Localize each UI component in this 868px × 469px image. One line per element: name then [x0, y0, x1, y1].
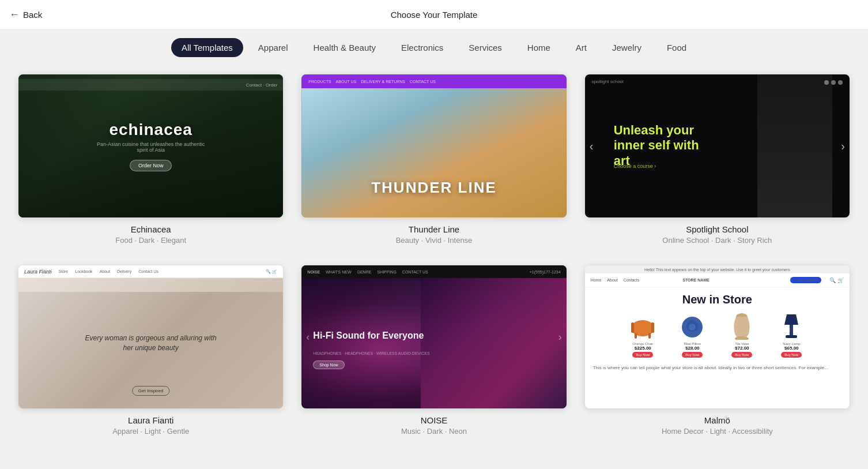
template-grid: Contact ∙ Order echinacea Pan-Asian cuis…	[0, 65, 868, 466]
laura-cta: Get Inspired	[132, 386, 170, 396]
cat-apparel[interactable]: Apparel	[248, 38, 299, 57]
noise-sub: HEADPHONES · HEADPHONES · WIRELESS AUDIO…	[313, 351, 429, 355]
malmo-description: This is where you can tell people what y…	[591, 365, 844, 371]
malmo-shop-nav-btn: SHOP NOW	[790, 277, 822, 283]
page-title: Choose Your Template	[391, 10, 478, 20]
malmo-product-chair: Orange Chair $225.00 Buy Now	[620, 311, 666, 358]
list-item[interactable]: PRODUCTS ABOUT US DELIVERY & RETURNS CON…	[292, 70, 575, 261]
thumb-nav-bar-thunder: PRODUCTS ABOUT US DELIVERY & RETURNS CON…	[301, 74, 566, 88]
malmo-headline: New in Store	[591, 293, 844, 306]
template-name-laura: Laura Fianti	[128, 415, 173, 425]
top-bar: ← Back Choose Your Template	[0, 0, 868, 30]
cat-services[interactable]: Services	[458, 38, 512, 57]
malmo-vase-buy: Buy Now	[731, 352, 752, 358]
back-label: Back	[23, 10, 42, 20]
template-tags-echinacea: Food · Dark · Elegant	[115, 236, 186, 245]
malmo-pillow-buy: Buy Now	[682, 352, 703, 358]
list-item[interactable]: Hello! This text appears on the top of y…	[576, 261, 859, 452]
cat-all[interactable]: All Templates	[171, 38, 243, 57]
template-thumbnail-spotlight[interactable]: spotlight school Unleash your inner self…	[585, 74, 850, 217]
cat-electronics[interactable]: Electronics	[391, 38, 454, 57]
laura-logo: Laura Fianti	[24, 269, 52, 275]
template-name-spotlight: Spotlight School	[686, 224, 748, 234]
cat-food[interactable]: Food	[656, 38, 697, 57]
thumb-nav-bar: Contact ∙ Order	[18, 79, 283, 91]
back-arrow-icon: ←	[9, 9, 20, 21]
template-tags-noise: Music · Dark · Neon	[401, 427, 467, 436]
spotlight-cta: Choose a course ›	[614, 163, 656, 169]
thumb-nav-laura: Laura Fianti Store Lookbook About Delive…	[18, 265, 283, 278]
list-item[interactable]: NOISE WHAT'S NEW GENRE SHIPPING CONTACT …	[292, 261, 575, 452]
svg-rect-10	[790, 325, 793, 335]
noise-headline: Hi-Fi Sound for Everyone	[313, 330, 424, 341]
malmo-notice-text: Hello! This text appears on the top of y…	[644, 268, 790, 272]
malmo-product-vase: Tile Vase $72.00 Buy Now	[719, 311, 765, 358]
thumb-nav-dots	[824, 80, 843, 85]
malmo-vase-price: $72.00	[719, 346, 765, 351]
template-name-echinacea: Echinacea	[131, 224, 171, 234]
malmo-product-pillow: Blue Pillow $28.00 Buy Now	[669, 311, 715, 358]
chevron-left-icon[interactable]: ‹	[306, 331, 310, 343]
thumb-portrait	[301, 88, 566, 217]
list-item[interactable]: spotlight school Unleash your inner self…	[576, 70, 859, 261]
malmo-products-row: Orange Chair $225.00 Buy Now	[591, 311, 844, 358]
malmo-pillow-price: $28.00	[669, 346, 715, 351]
template-thumbnail-malmo[interactable]: Hello! This text appears on the top of y…	[585, 265, 850, 408]
back-button[interactable]: ← Back	[9, 9, 42, 21]
svg-rect-1	[635, 333, 637, 339]
template-name-thunder: Thunder Line	[409, 224, 459, 234]
thumb-malmo-nav: Home About Contacts STORE NAME SHOP NOW …	[585, 273, 850, 287]
noise-logo: NOISE	[307, 270, 320, 274]
cat-art[interactable]: Art	[565, 38, 597, 57]
template-name-noise: NOISE	[421, 415, 448, 425]
chevron-right-icon[interactable]: ›	[841, 140, 845, 153]
malmo-chair-price: $225.00	[620, 346, 666, 351]
svg-rect-3	[631, 322, 634, 333]
svg-point-0	[631, 320, 654, 336]
thumb-malmo-notice: Hello! This text appears on the top of y…	[585, 265, 850, 273]
template-thumbnail-thunder[interactable]: PRODUCTS ABOUT US DELIVERY & RETURNS CON…	[301, 74, 566, 217]
chevron-right-icon[interactable]: ›	[558, 331, 562, 343]
laura-quote: Every woman is gorgeous and alluring wit…	[82, 333, 220, 353]
template-thumbnail-noise[interactable]: NOISE WHAT'S NEW GENRE SHIPPING CONTACT …	[301, 265, 566, 408]
svg-rect-11	[786, 335, 797, 338]
template-name-malmo: Malmö	[704, 415, 730, 425]
template-thumbnail-laura[interactable]: Laura Fianti Store Lookbook About Delive…	[18, 265, 283, 408]
malmo-product-lamp: Navy Lamp $65.00 Buy Now	[768, 311, 814, 358]
thumb-laura-bg: Every woman is gorgeous and alluring wit…	[18, 278, 283, 408]
svg-point-7	[689, 324, 696, 331]
noise-cta: Shop Now	[313, 361, 344, 369]
cat-jewelry[interactable]: Jewelry	[602, 38, 652, 57]
noise-photo-bg	[421, 278, 567, 408]
malmo-chair-buy: Buy Now	[632, 352, 653, 358]
cat-health-beauty[interactable]: Health & Beauty	[303, 38, 386, 57]
list-item[interactable]: Contact ∙ Order echinacea Pan-Asian cuis…	[9, 70, 292, 261]
spotlight-logo: spotlight school	[592, 79, 624, 84]
malmo-lamp-price: $65.00	[768, 346, 814, 351]
list-item[interactable]: Laura Fianti Store Lookbook About Delive…	[9, 261, 292, 452]
spotlight-figure	[757, 74, 832, 217]
cat-home[interactable]: Home	[517, 38, 561, 57]
echinacea-cta: Order Now	[130, 160, 172, 171]
category-nav: All Templates Apparel Health & Beauty El…	[0, 30, 868, 65]
svg-rect-2	[648, 333, 651, 339]
malmo-store-name: STORE NAME	[682, 278, 710, 282]
echinacea-tagline: Pan-Asian cuisine that unleashes the aut…	[93, 141, 209, 153]
template-thumbnail-echinacea[interactable]: Contact ∙ Order echinacea Pan-Asian cuis…	[18, 74, 283, 217]
template-tags-thunder: Beauty · Vivid · Intense	[396, 236, 473, 245]
template-tags-spotlight: Online School · Dark · Story Rich	[662, 236, 772, 245]
echinacea-brand: echinacea	[93, 121, 209, 139]
malmo-main-content: New in Store Ora	[585, 287, 850, 408]
spotlight-headline: Unleash your inner self with art	[614, 123, 718, 168]
thunder-headline: THUNDER LINE	[301, 179, 566, 197]
template-tags-malmo: Home Decor · Light · Accessibility	[662, 427, 773, 436]
thumb-nav-noise: NOISE WHAT'S NEW GENRE SHIPPING CONTACT …	[301, 265, 566, 278]
template-tags-laura: Apparel · Light · Gentle	[112, 427, 189, 436]
svg-rect-4	[651, 322, 654, 333]
malmo-lamp-buy: Buy Now	[781, 352, 802, 358]
chevron-left-icon[interactable]: ‹	[590, 140, 594, 153]
